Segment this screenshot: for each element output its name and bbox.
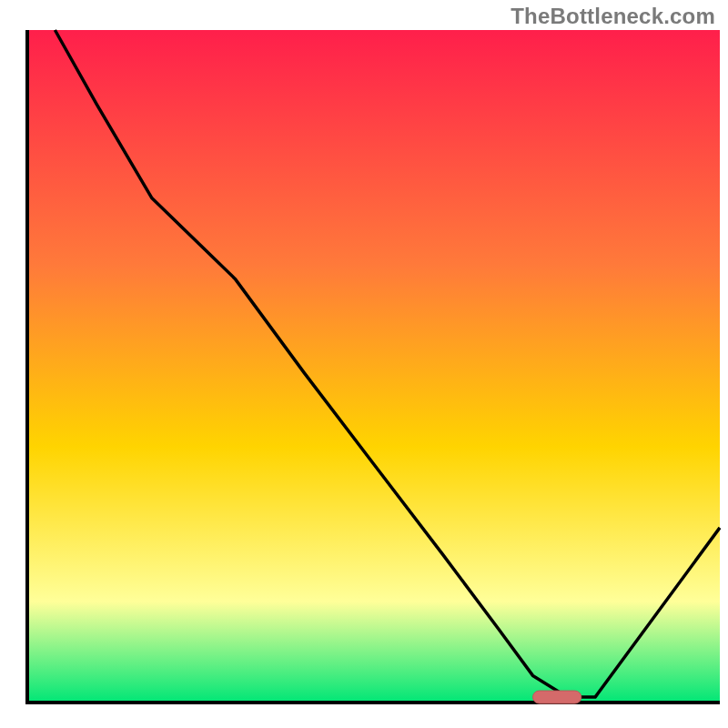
optimal-range-marker — [533, 691, 581, 703]
bottleneck-chart — [0, 0, 728, 728]
chart-container: TheBottleneck.com — [0, 0, 728, 728]
plot-background — [27, 30, 720, 703]
